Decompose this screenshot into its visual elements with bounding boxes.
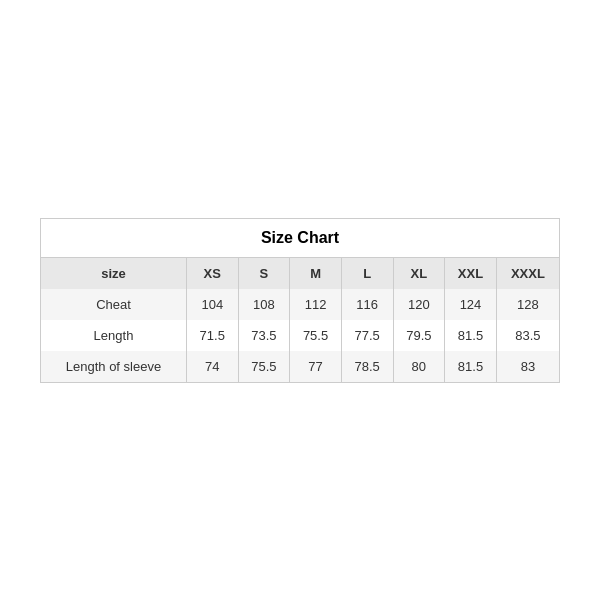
header-size: size: [41, 258, 186, 289]
table-row: Length of sleeve7475.57778.58081.583: [41, 351, 559, 382]
cell-1-0: 71.5: [186, 320, 238, 351]
cell-0-2: 112: [290, 289, 342, 320]
table-row: Cheat104108112116120124128: [41, 289, 559, 320]
header-xxxl: XXXL: [496, 258, 559, 289]
row-label-2: Length of sleeve: [41, 351, 186, 382]
cell-2-2: 77: [290, 351, 342, 382]
cell-2-6: 83: [496, 351, 559, 382]
header-xxl: XXL: [445, 258, 497, 289]
table-row: Length71.573.575.577.579.581.583.5: [41, 320, 559, 351]
cell-1-6: 83.5: [496, 320, 559, 351]
table-header-row: sizeXSSMLXLXXLXXXL: [41, 258, 559, 289]
cell-2-1: 75.5: [238, 351, 290, 382]
header-xs: XS: [186, 258, 238, 289]
cell-0-5: 124: [445, 289, 497, 320]
cell-0-4: 120: [393, 289, 445, 320]
cell-0-1: 108: [238, 289, 290, 320]
header-s: S: [238, 258, 290, 289]
size-chart-table: sizeXSSMLXLXXLXXXL Cheat1041081121161201…: [41, 258, 559, 382]
header-l: L: [341, 258, 393, 289]
cell-1-5: 81.5: [445, 320, 497, 351]
header-xl: XL: [393, 258, 445, 289]
cell-2-0: 74: [186, 351, 238, 382]
cell-1-1: 73.5: [238, 320, 290, 351]
cell-1-3: 77.5: [341, 320, 393, 351]
row-label-1: Length: [41, 320, 186, 351]
cell-0-0: 104: [186, 289, 238, 320]
cell-0-3: 116: [341, 289, 393, 320]
cell-2-5: 81.5: [445, 351, 497, 382]
row-label-0: Cheat: [41, 289, 186, 320]
header-m: M: [290, 258, 342, 289]
cell-0-6: 128: [496, 289, 559, 320]
cell-2-3: 78.5: [341, 351, 393, 382]
cell-1-4: 79.5: [393, 320, 445, 351]
cell-1-2: 75.5: [290, 320, 342, 351]
cell-2-4: 80: [393, 351, 445, 382]
size-chart-container: Size Chart sizeXSSMLXLXXLXXXL Cheat10410…: [40, 218, 560, 383]
chart-title: Size Chart: [41, 219, 559, 258]
